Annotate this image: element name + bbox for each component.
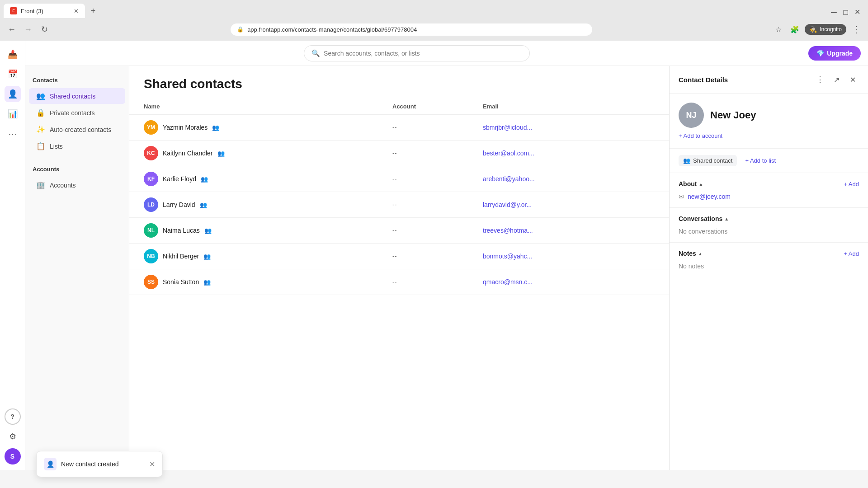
browser-tab[interactable]: F Front (3) ✕: [4, 4, 85, 18]
avatar: NL: [144, 223, 158, 238]
browser-extensions-icon[interactable]: 🧩: [788, 23, 801, 36]
add-to-list-button[interactable]: + Add to list: [741, 155, 780, 166]
table-row[interactable]: YM Yazmin Morales 👥 -- sbmrjbr@icloud...: [129, 115, 669, 141]
panel-external-link-icon[interactable]: ↗: [830, 73, 843, 86]
search-bar[interactable]: 🔍: [304, 45, 530, 61]
shared-icon: 👥: [212, 124, 219, 131]
contact-name-cell: SS Sonia Sutton 👥: [144, 275, 392, 289]
about-add-button[interactable]: + Add: [844, 181, 859, 188]
app-container: 📥 📅 👤 📊 ⋯ ? ⚙ S 🔍 💎 Upgrade Contacts: [0, 41, 868, 470]
toast-notification: 👤 New contact created ✕: [36, 451, 163, 477]
window-minimize-icon[interactable]: ─: [831, 8, 837, 14]
nav-item-lists[interactable]: 📋 Lists: [29, 138, 125, 154]
url-text: app.frontapp.com/contacts-manager/contac…: [247, 26, 417, 33]
shared-icon: 👥: [217, 150, 225, 157]
col-header-extra: [618, 103, 655, 110]
account-cell: --: [392, 227, 483, 234]
avatar: KC: [144, 146, 158, 160]
contact-name: Larry David: [163, 201, 195, 208]
app-icon-calendar[interactable]: 📅: [5, 66, 21, 82]
notes-add-button[interactable]: + Add: [844, 250, 859, 257]
refresh-button[interactable]: ↻: [38, 23, 51, 36]
contact-name-cell: LD Larry David 👥: [144, 197, 392, 212]
forward-button[interactable]: →: [22, 23, 34, 36]
account-cell: --: [392, 201, 483, 208]
email-cell: sbmrjbr@icloud...: [483, 124, 618, 131]
panel-title: Contact Details: [679, 76, 728, 84]
nav-item-auto-created[interactable]: ✨ Auto-created contacts: [29, 122, 125, 137]
address-bar[interactable]: 🔒 app.frontapp.com/contacts-manager/cont…: [231, 23, 592, 36]
table-header-row: Name Account Email: [129, 99, 669, 115]
browser-chrome: F Front (3) ✕ + ─ ◻ ✕ ← → ↻ 🔒 app.fronta…: [0, 0, 868, 41]
upgrade-button[interactable]: 💎 Upgrade: [808, 46, 861, 61]
panel-close-icon[interactable]: ✕: [846, 73, 859, 86]
nav-item-shared-contacts[interactable]: 👥 Shared contacts: [29, 88, 125, 104]
avatar: NB: [144, 249, 158, 263]
app-icon-help[interactable]: ?: [5, 408, 21, 425]
email-cell: bester@aol.com...: [483, 150, 618, 157]
toast-text: New contact created: [61, 460, 145, 468]
window-maximize-icon[interactable]: ◻: [843, 8, 849, 14]
table-row[interactable]: NL Naima Lucas 👥 -- treeves@hotma...: [129, 218, 669, 244]
browser-tab-bar: F Front (3) ✕ + ─ ◻ ✕: [0, 0, 868, 18]
incognito-label: Incognito: [820, 26, 842, 33]
add-to-account-button[interactable]: + Add to account: [679, 132, 859, 139]
conversations-section: Conversations ▲ No conversations: [670, 208, 868, 243]
back-button[interactable]: ←: [5, 23, 18, 36]
table-row[interactable]: KF Karlie Floyd 👥 -- arebenti@yahoo...: [129, 166, 669, 192]
contact-name-cell: YM Yazmin Morales 👥: [144, 120, 392, 135]
app-icon-bar: 📥 📅 👤 📊 ⋯ ? ⚙ S: [0, 41, 25, 470]
browser-star-icon[interactable]: ☆: [772, 23, 785, 36]
app-icon-inbox[interactable]: 📥: [5, 46, 21, 62]
main-content: Shared contacts Name Account Email YM Ya…: [129, 66, 669, 470]
email-cell: qmacro@msn.c...: [483, 278, 618, 286]
browser-nav-bar: ← → ↻ 🔒 app.frontapp.com/contacts-manage…: [0, 18, 868, 41]
app-icon-more[interactable]: ⋯: [5, 126, 21, 142]
table-row[interactable]: KC Kaitlynn Chandler 👥 -- bester@aol.com…: [129, 141, 669, 166]
mail-icon: ✉: [679, 193, 684, 200]
contact-name: Kaitlynn Chandler: [163, 150, 213, 157]
avatar: YM: [144, 120, 158, 135]
app-icon-avatar[interactable]: S: [5, 448, 21, 465]
account-cell: --: [392, 175, 483, 183]
contact-name: Sonia Sutton: [163, 278, 199, 286]
conversations-section-title: Conversations ▲: [679, 215, 729, 222]
conversations-title-text: Conversations: [679, 215, 722, 222]
avatar: LD: [144, 197, 158, 212]
shared-contacts-icon: 👥: [36, 92, 45, 100]
notes-section-title: Notes ▲: [679, 250, 703, 257]
panel-more-icon[interactable]: ⋮: [814, 73, 826, 86]
incognito-button[interactable]: 🕵 Incognito: [805, 24, 846, 35]
about-collapse-icon[interactable]: ▲: [698, 182, 703, 187]
app-icon-contacts[interactable]: 👤: [5, 86, 21, 102]
panel-header-actions: ⋮ ↗ ✕: [814, 73, 859, 86]
search-input[interactable]: [324, 50, 522, 57]
nav-item-accounts[interactable]: 🏢 Accounts: [29, 177, 125, 193]
panel-header: Contact Details ⋮ ↗ ✕: [670, 66, 868, 94]
email-cell: treeves@hotma...: [483, 227, 618, 234]
about-section-title: About ▲: [679, 180, 703, 188]
nav-item-private-contacts[interactable]: 🔒 Private contacts: [29, 105, 125, 121]
window-close-icon[interactable]: ✕: [854, 8, 861, 14]
shared-icon: 👥: [200, 202, 207, 208]
col-header-email: Email: [483, 103, 618, 110]
add-to-list-label: + Add to list: [745, 157, 776, 164]
table-row[interactable]: NB Nikhil Berger 👥 -- bonmots@yahc...: [129, 244, 669, 269]
new-tab-button[interactable]: +: [87, 5, 99, 17]
browser-menu-icon[interactable]: ⋮: [850, 23, 863, 36]
table-row[interactable]: SS Sonia Sutton 👥 -- qmacro@msn.c...: [129, 269, 669, 295]
table-row[interactable]: LD Larry David 👥 -- larrydavid@y.or...: [129, 192, 669, 218]
notes-collapse-icon[interactable]: ▲: [698, 251, 703, 256]
main-header: Shared contacts: [129, 66, 669, 99]
contacts-section-heading: Contacts: [25, 73, 129, 87]
app-icon-settings[interactable]: ⚙: [5, 428, 21, 445]
tab-close-icon[interactable]: ✕: [74, 8, 79, 14]
lock-icon: 🔒: [237, 26, 244, 33]
auto-created-label: Auto-created contacts: [50, 126, 111, 133]
page-title: Shared contacts: [144, 77, 655, 91]
toast-close-icon[interactable]: ✕: [149, 460, 155, 469]
accounts-icon: 🏢: [36, 181, 45, 189]
conversations-collapse-icon[interactable]: ▲: [724, 216, 729, 221]
app-icon-analytics[interactable]: 📊: [5, 106, 21, 122]
tab-title: Front (3): [21, 8, 43, 14]
